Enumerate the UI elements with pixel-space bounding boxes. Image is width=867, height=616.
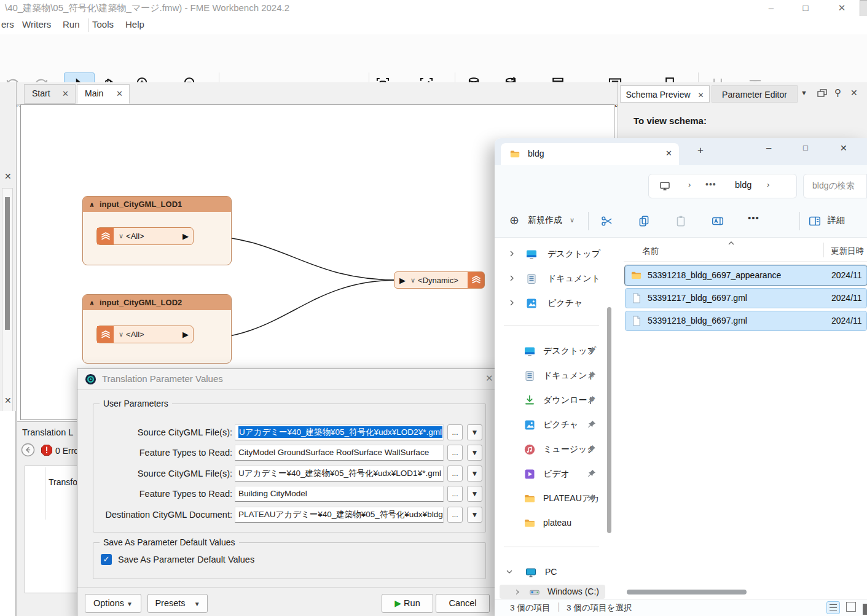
sidebar-item-documents-pinned[interactable]: ドキュメント	[495, 364, 605, 388]
run-button[interactable]: ▶ Run	[382, 594, 433, 613]
sidebar-scrollbar-thumb[interactable]	[607, 307, 611, 533]
column-header-name[interactable]: 名前	[642, 246, 659, 257]
new-item-button[interactable]: 新規作成	[528, 215, 562, 226]
panel-float-icon[interactable]	[816, 87, 828, 99]
details-pane-icon[interactable]	[808, 214, 822, 228]
schema-preview-close-icon[interactable]: ✕	[697, 91, 704, 99]
sidebar-item-documents-tree[interactable]: ドキュメント	[495, 267, 605, 291]
output-arrow-icon[interactable]: ▶	[182, 330, 189, 339]
panel-dropdown-icon[interactable]: ▼	[801, 89, 807, 96]
dropdown-button[interactable]: ▼	[467, 507, 482, 523]
new-tab-button[interactable]: +	[697, 144, 704, 157]
sidebar-item-plateau-academy-pinned[interactable]: PLATEAUアカ	[495, 486, 605, 511]
options-button[interactable]: Options ▼	[85, 594, 141, 613]
dropdown-button[interactable]: ▼	[467, 486, 482, 502]
param-input-source-lod2[interactable]: Uアカデミー¥40_建築物¥05_符号化¥udx¥LOD2¥*.gml	[235, 424, 444, 440]
left-vertical-scrollbar[interactable]	[2, 188, 13, 448]
search-box[interactable]: bldgの検索	[803, 174, 867, 198]
fme-minimize-button[interactable]: –	[762, 1, 780, 15]
writer-port-dynamic[interactable]: ▶ ∨ <Dynamic>	[394, 271, 485, 289]
breadcrumb-folder[interactable]: bldg	[735, 180, 751, 190]
browse-button[interactable]: ...	[447, 424, 463, 440]
dropdown-button[interactable]: ▼	[467, 424, 482, 440]
file-row-gml-1[interactable]: 53391217_bldg_6697.gml 2024/11	[625, 288, 867, 308]
menu-writers[interactable]: Writers	[22, 19, 51, 29]
new-item-plus-icon[interactable]: ⊕	[509, 213, 519, 227]
browse-button[interactable]: ...	[447, 445, 463, 461]
sidebar-item-desktop-pinned[interactable]: デスクトップ	[495, 339, 605, 364]
explorer-minimize-button[interactable]: –	[766, 142, 771, 152]
fme-close-button[interactable]: ✕	[833, 1, 851, 15]
panel-pin-icon[interactable]: ⚲	[834, 87, 841, 98]
tab-main-close-icon[interactable]: ✕	[116, 89, 123, 98]
sidebar-item-desktop-tree[interactable]: デスクトップ	[495, 242, 605, 267]
panel-close-icon[interactable]: ✕	[850, 88, 858, 98]
explorer-tab-bldg[interactable]: bldg ✕	[501, 143, 679, 165]
node-port-all[interactable]: ∨ <All> ▶	[96, 227, 194, 245]
sidebar-item-plateau[interactable]: plateau	[495, 511, 605, 536]
param-input-featuretypes-lod1[interactable]: Building CityModel	[235, 486, 444, 502]
explorer-close-button[interactable]: ✕	[840, 143, 847, 153]
menu-readers-clipped[interactable]: ers	[1, 19, 14, 29]
save-defaults-checkbox[interactable]: ✓	[101, 554, 112, 565]
sidebar-item-pictures-tree[interactable]: ピクチャ	[495, 291, 605, 316]
cut-icon[interactable]	[600, 214, 614, 228]
tab-schema-preview[interactable]: Schema Preview ✕	[620, 85, 710, 103]
param-input-source-lod1[interactable]: Uアカデミー¥40_建築物¥05_符号化¥udx¥LOD1¥*.gml	[235, 466, 444, 481]
left-panel-close-icon[interactable]: ✕	[4, 171, 12, 181]
file-row-appearance-folder[interactable]: 53391218_bldg_6697_appearance 2024/11	[625, 265, 867, 286]
collapse-icon[interactable]: ∧	[89, 201, 95, 208]
more-options-icon[interactable]: •••	[748, 212, 759, 223]
browse-button[interactable]: ...	[447, 486, 463, 502]
left-panel2-close-icon[interactable]: ✕	[4, 396, 12, 405]
details-pane-button[interactable]: 詳細	[828, 215, 845, 226]
tab-start[interactable]: Start ✕	[24, 84, 76, 104]
node-port-all[interactable]: ∨ <All> ▶	[96, 326, 194, 343]
fme-maximize-button[interactable]: □	[796, 1, 815, 15]
param-input-destination[interactable]: PLATEAUアカデミー¥40_建築物¥05_符号化¥udx¥bldg	[235, 507, 444, 523]
menu-tools[interactable]: Tools	[92, 19, 114, 29]
tab-parameter-editor[interactable]: Parameter Editor	[712, 85, 798, 103]
sidebar-item-videos-pinned[interactable]: ビデオ	[495, 462, 605, 486]
cancel-button[interactable]: Cancel	[436, 594, 490, 613]
sidebar-item-pictures-pinned[interactable]: ピクチャ	[495, 413, 605, 437]
left-scrollbar-thumb[interactable]	[5, 197, 10, 330]
tab-close-icon[interactable]: ✕	[665, 149, 672, 158]
chevron-right-icon[interactable]	[507, 273, 517, 283]
copy-icon[interactable]	[637, 214, 651, 228]
param-input-featuretypes-lod2[interactable]: CityModel GroundSurface RoofSurface Wall…	[235, 445, 444, 461]
log-back-icon[interactable]	[21, 443, 35, 457]
collapse-icon[interactable]: ∧	[89, 299, 95, 306]
reader-node-lod2[interactable]: ∧input_CityGML_LOD2 ∨ <All> ▶	[82, 294, 232, 364]
file-row-gml-2[interactable]: 53391218_bldg_6697.gml 2024/11	[625, 311, 867, 331]
breadcrumb-chevron-icon[interactable]: ›	[767, 180, 769, 189]
large-icons-view-toggle[interactable]	[846, 602, 856, 612]
dropdown-button[interactable]: ▼	[467, 445, 482, 461]
sidebar-item-music-pinned[interactable]: ミュージック	[495, 437, 605, 462]
output-arrow-icon[interactable]: ▶	[182, 232, 189, 241]
tab-start-close-icon[interactable]: ✕	[62, 89, 69, 98]
breadcrumb-ellipsis[interactable]: •••	[705, 179, 716, 189]
rename-icon[interactable]	[711, 214, 724, 228]
sidebar-item-windows-c[interactable]: Windows (C:)	[500, 585, 605, 599]
list-view-toggle[interactable]	[826, 601, 840, 614]
column-header-date[interactable]: 更新日時	[831, 246, 867, 257]
reader-node-lod1[interactable]: ∧input_CityGML_LOD1 ∨ <All> ▶	[82, 196, 232, 265]
sidebar-item-downloads-pinned[interactable]: ダウンロード	[495, 388, 605, 413]
browse-button[interactable]: ...	[447, 507, 463, 523]
breadcrumb-chevron-icon[interactable]: ›	[688, 180, 691, 189]
presets-button[interactable]: Presets ▼	[147, 594, 208, 613]
sidebar-item-pc[interactable]: PC	[495, 560, 605, 585]
paste-icon[interactable]	[674, 214, 688, 228]
dialog-close-icon[interactable]: ✕	[485, 373, 493, 384]
tab-main[interactable]: Main ✕	[77, 84, 130, 104]
sort-ascending-icon[interactable]	[727, 239, 736, 248]
chevron-right-icon[interactable]	[513, 588, 522, 596]
chevron-down-icon[interactable]	[504, 567, 514, 577]
chevron-right-icon[interactable]	[507, 249, 517, 259]
explorer-maximize-button[interactable]: □	[803, 143, 808, 152]
dropdown-button[interactable]: ▼	[467, 466, 482, 481]
chevron-right-icon[interactable]	[507, 298, 517, 308]
address-bar[interactable]: › ••• bldg ›	[648, 174, 797, 198]
menu-run[interactable]: Run	[63, 19, 80, 29]
